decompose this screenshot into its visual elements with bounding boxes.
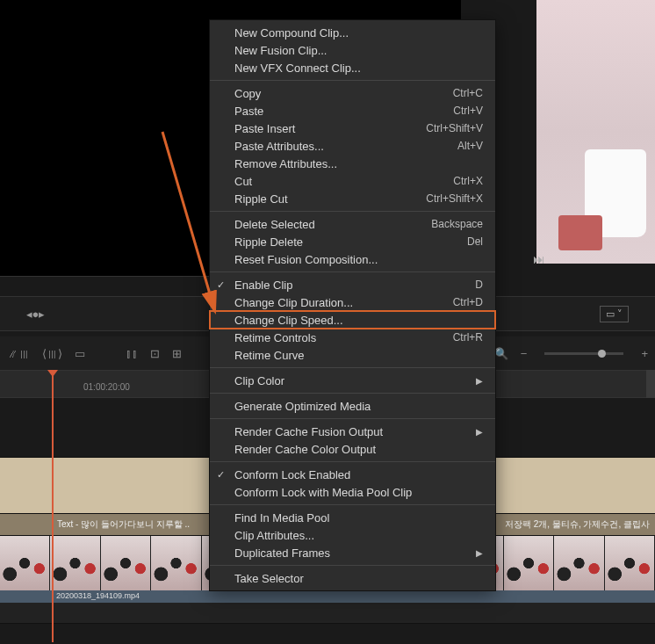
menu-item-clip-color[interactable]: Clip Color▶ xyxy=(210,372,495,389)
menu-item-conform-lock-enabled[interactable]: ✓Conform Lock Enabled xyxy=(210,466,495,483)
menu-item-label: Delete Selected xyxy=(234,218,431,231)
menu-separator xyxy=(210,271,495,272)
menu-item-paste-insert[interactable]: Paste InsertCtrl+Shift+V xyxy=(210,119,495,137)
menu-item-label: Remove Attributes... xyxy=(234,157,483,170)
menu-item-enable-clip[interactable]: ✓Enable ClipD xyxy=(210,276,495,293)
menu-separator xyxy=(210,367,495,368)
menu-item-label: Retime Curve xyxy=(234,349,483,362)
tool-icon-3[interactable]: ▭ xyxy=(75,347,85,360)
tool-icon-4[interactable]: ⫿⫿ xyxy=(126,347,138,360)
menu-item-label: Ripple Cut xyxy=(234,192,426,206)
menu-item-label: Find In Media Pool xyxy=(234,511,483,525)
menu-item-label: New Compound Clip... xyxy=(234,26,483,40)
tool-icon-5[interactable]: ⊡ xyxy=(150,347,160,360)
menu-item-label: Change Clip Speed... xyxy=(234,314,483,327)
menu-separator xyxy=(210,461,495,462)
menu-separator xyxy=(210,504,495,505)
menu-item-retime-curve[interactable]: Retime Curve xyxy=(210,346,495,364)
submenu-arrow-icon: ▶ xyxy=(476,427,483,437)
skip-end-icon[interactable]: ⏭ xyxy=(533,252,545,266)
menu-separator xyxy=(210,393,495,394)
text-clip-label: Text - 많이 들어가다보니 지루할 .. xyxy=(57,519,190,529)
menu-item-change-clip-duration[interactable]: Change Clip Duration...Ctrl+D xyxy=(210,293,495,311)
playhead[interactable] xyxy=(52,370,54,642)
menu-item-paste[interactable]: PasteCtrl+V xyxy=(210,102,495,119)
menu-item-ripple-cut[interactable]: Ripple CutCtrl+Shift+X xyxy=(210,190,495,207)
menu-item-shortcut: Ctrl+V xyxy=(453,105,483,117)
clip-thumbnail xyxy=(605,536,655,590)
clip-thumbnail xyxy=(0,536,50,590)
menu-item-delete-selected[interactable]: Delete SelectedBackspace xyxy=(210,215,495,233)
crop-dropdown[interactable]: ▭ ˅ xyxy=(600,306,629,322)
menu-item-remove-attributes[interactable]: Remove Attributes... xyxy=(210,155,495,172)
text-clip-right: 저장팩 2개, 물티슈, 가제수건, 클립사 xyxy=(505,518,650,531)
tool-icon-2[interactable]: ⟨⫼⟩ xyxy=(42,347,62,360)
clip-thumbnail xyxy=(101,536,151,590)
submenu-arrow-icon: ▶ xyxy=(476,376,483,386)
menu-item-label: Clip Attributes... xyxy=(234,529,483,542)
menu-item-find-in-media-pool[interactable]: Find In Media Pool xyxy=(210,509,495,526)
ruler-timecode: 01:00:20:00 xyxy=(83,382,130,392)
menu-item-label: Conform Lock Enabled xyxy=(234,468,483,481)
audio-track-1[interactable] xyxy=(0,603,655,624)
menu-item-paste-attributes[interactable]: Paste Attributes...Alt+V xyxy=(210,137,495,155)
menu-item-label: Generate Optimized Media xyxy=(234,400,483,413)
clip-filename-label: 20200318_194109.mp4 xyxy=(0,590,655,603)
menu-item-conform-lock-with-media-pool-clip[interactable]: Conform Lock with Media Pool Clip xyxy=(210,483,495,501)
menu-item-label: New Fusion Clip... xyxy=(234,44,483,57)
menu-item-label: Render Cache Color Output xyxy=(234,443,483,456)
menu-item-render-cache-fusion-output[interactable]: Render Cache Fusion Output▶ xyxy=(210,423,495,440)
menu-separator xyxy=(210,418,495,419)
menu-item-shortcut: Ctrl+Shift+V xyxy=(426,122,483,134)
menu-item-label: Change Clip Duration... xyxy=(234,296,453,309)
menu-item-reset-fusion-composition[interactable]: Reset Fusion Composition... xyxy=(210,250,495,268)
submenu-arrow-icon: ▶ xyxy=(476,548,483,558)
menu-item-shortcut: Ctrl+Shift+X xyxy=(426,192,483,205)
ruler-end xyxy=(646,370,655,398)
menu-item-shortcut: Del xyxy=(467,235,483,248)
menu-separator xyxy=(210,565,495,566)
menu-item-shortcut: Backspace xyxy=(431,218,483,230)
clip-context-menu: New Compound Clip...New Fusion Clip...Ne… xyxy=(209,19,496,591)
audio-track-2[interactable] xyxy=(0,624,655,643)
tool-icon-1[interactable]: ⫽⫼ xyxy=(7,347,30,360)
menu-item-retime-controls[interactable]: Retime ControlsCtrl+R xyxy=(210,329,495,346)
menu-item-generate-optimized-media[interactable]: Generate Optimized Media xyxy=(210,397,495,415)
loop-indicator[interactable]: ◂ ● ▸ xyxy=(26,308,43,321)
zoom-slider[interactable] xyxy=(544,352,623,355)
check-icon: ✓ xyxy=(217,279,225,291)
menu-item-cut[interactable]: CutCtrl+X xyxy=(210,172,495,190)
menu-item-label: Cut xyxy=(234,175,453,188)
menu-item-new-fusion-clip[interactable]: New Fusion Clip... xyxy=(210,41,495,59)
menu-separator xyxy=(210,211,495,212)
menu-item-shortcut: Alt+V xyxy=(457,140,483,152)
menu-item-copy[interactable]: CopyCtrl+C xyxy=(210,84,495,102)
menu-item-label: Enable Clip xyxy=(234,279,475,292)
menu-item-label: New VFX Connect Clip... xyxy=(234,62,483,75)
menu-item-label: Copy xyxy=(234,87,453,100)
menu-item-new-compound-clip[interactable]: New Compound Clip... xyxy=(210,24,495,41)
menu-item-shortcut: Ctrl+R xyxy=(453,331,483,344)
zoom-out-icon[interactable]: − xyxy=(521,347,528,360)
menu-item-label: Clip Color xyxy=(234,374,476,387)
search-icon[interactable]: 🔍 xyxy=(494,347,508,360)
menu-item-ripple-delete[interactable]: Ripple DeleteDel xyxy=(210,233,495,250)
menu-item-change-clip-speed[interactable]: Change Clip Speed... xyxy=(210,311,495,329)
menu-item-render-cache-color-output[interactable]: Render Cache Color Output xyxy=(210,440,495,458)
clip-thumbnail xyxy=(151,536,201,590)
menu-item-label: Take Selector xyxy=(234,572,483,585)
menu-item-duplicated-frames[interactable]: Duplicated Frames▶ xyxy=(210,544,495,561)
menu-item-label: Paste xyxy=(234,105,453,118)
menu-item-label: Retime Controls xyxy=(234,331,453,344)
clip-thumbnail xyxy=(554,536,604,590)
menu-item-new-vfx-connect-clip[interactable]: New VFX Connect Clip... xyxy=(210,59,495,76)
menu-item-label: Ripple Delete xyxy=(234,235,467,249)
menu-item-shortcut: Ctrl+X xyxy=(453,175,483,187)
preview-thumbnail xyxy=(536,0,655,264)
menu-separator xyxy=(210,80,495,81)
menu-item-clip-attributes[interactable]: Clip Attributes... xyxy=(210,526,495,544)
zoom-in-icon[interactable]: + xyxy=(641,347,648,360)
tool-icon-6[interactable]: ⊞ xyxy=(172,347,182,360)
menu-item-take-selector[interactable]: Take Selector xyxy=(210,569,495,587)
check-icon: ✓ xyxy=(217,469,225,481)
